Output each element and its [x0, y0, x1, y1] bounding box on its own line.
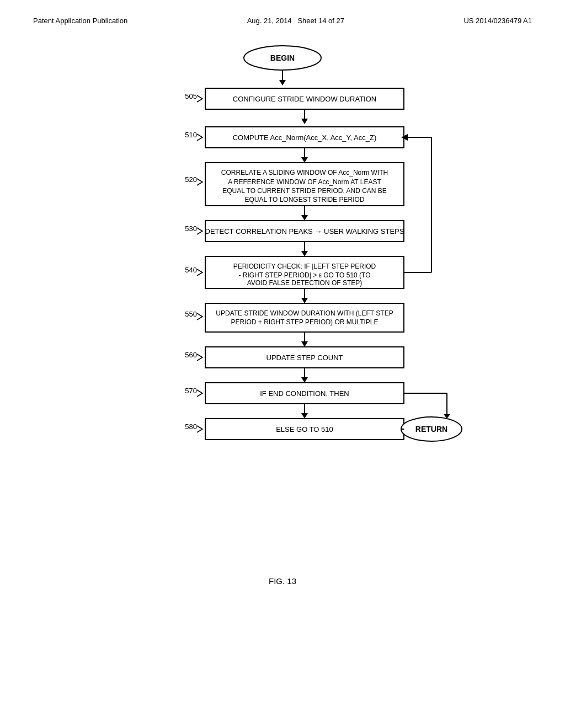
svg-marker-3: [279, 80, 286, 85]
svg-text:540: 540: [185, 266, 197, 274]
svg-text:CORRELATE A SLIDING WINDOW OF : CORRELATE A SLIDING WINDOW OF Acc_Norm W…: [221, 169, 388, 176]
svg-text:UPDATE STRIDE WINDOW DURATION : UPDATE STRIDE WINDOW DURATION WITH (LEFT…: [216, 309, 393, 317]
svg-text:RETURN: RETURN: [415, 425, 447, 433]
svg-text:CONFIGURE STRIDE WINDOW DURATI: CONFIGURE STRIDE WINDOW DURATION: [233, 95, 376, 103]
svg-text:505: 505: [185, 92, 197, 100]
svg-text:PERIOD + RIGHT STEP PERIOD) OR: PERIOD + RIGHT STEP PERIOD) OR MULTIPLE: [231, 318, 378, 326]
patent-page: Patent Application Publication Aug. 21, …: [0, 0, 565, 728]
svg-marker-49: [301, 413, 308, 419]
svg-text:IF END CONDITION, THEN: IF END CONDITION, THEN: [260, 389, 349, 398]
page-header: Patent Application Publication Aug. 21, …: [0, 0, 565, 30]
svg-marker-44: [301, 377, 308, 383]
svg-marker-39: [301, 341, 308, 347]
svg-rect-35: [205, 303, 404, 332]
svg-text:COMPUTE Acc_Norm(Acc_X, Acc_Y,: COMPUTE Acc_Norm(Acc_X, Acc_Y, Acc_Z): [233, 133, 377, 142]
svg-text:EQUAL TO CURRENT STRIDE PERIOD: EQUAL TO CURRENT STRIDE PERIOD, AND CAN …: [222, 187, 387, 195]
svg-text:A REFERENCE WINDOW OF Acc_Norm: A REFERENCE WINDOW OF Acc_Norm AT LEAST: [228, 178, 381, 186]
svg-text:- RIGHT STEP PERIOD| > ε GO TO: - RIGHT STEP PERIOD| > ε GO TO 510 (TO: [238, 271, 370, 279]
header-date-sheet: Aug. 21, 2014 Sheet 14 of 27: [247, 17, 344, 25]
svg-text:DETECT CORRELATION PEAKS → USE: DETECT CORRELATION PEAKS → USER WALKING …: [205, 227, 404, 235]
svg-text:UPDATE STEP COUNT: UPDATE STEP COUNT: [266, 354, 343, 362]
svg-text:510: 510: [185, 131, 197, 139]
figure-caption: FIG. 13: [0, 576, 565, 586]
svg-text:EQUAL TO LONGEST STRIDE PERIOD: EQUAL TO LONGEST STRIDE PERIOD: [245, 196, 365, 204]
svg-text:530: 530: [185, 224, 197, 233]
svg-text:ELSE GO TO 510: ELSE GO TO 510: [276, 425, 333, 433]
header-publication-label: Patent Application Publication: [33, 17, 127, 25]
svg-marker-33: [301, 298, 308, 303]
svg-text:550: 550: [185, 310, 197, 318]
svg-text:BEGIN: BEGIN: [270, 53, 295, 62]
svg-text:580: 580: [185, 422, 197, 431]
svg-marker-8: [301, 119, 308, 124]
header-patent-number: US 2014/0236479 A1: [463, 17, 532, 25]
svg-text:560: 560: [185, 351, 197, 359]
svg-text:570: 570: [185, 387, 197, 395]
svg-marker-26: [301, 251, 308, 256]
svg-text:AVOID FALSE DETECTION OF STEP): AVOID FALSE DETECTION OF STEP): [247, 279, 362, 287]
svg-text:520: 520: [185, 175, 197, 184]
svg-marker-13: [301, 157, 308, 163]
svg-text:PERIODICITY CHECK: IF |LEFT ST: PERIODICITY CHECK: IF |LEFT STEP PERIOD: [233, 263, 376, 270]
flowchart-svg: BEGIN 505 CONFIGURE STRIDE WINDOW DURATI…: [89, 36, 476, 560]
flowchart-container: BEGIN 505 CONFIGURE STRIDE WINDOW DURATI…: [0, 36, 565, 560]
svg-marker-21: [301, 215, 308, 221]
